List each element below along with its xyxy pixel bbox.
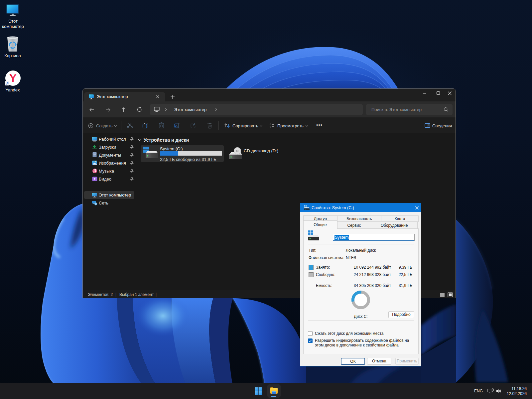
svg-text:A: A bbox=[175, 124, 178, 127]
svg-text:Y: Y bbox=[9, 72, 17, 84]
